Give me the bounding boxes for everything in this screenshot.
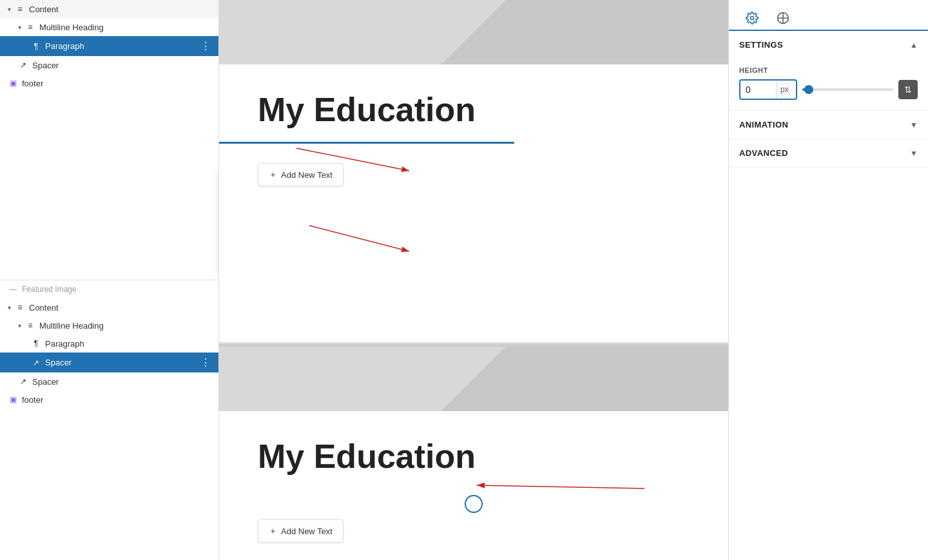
settings-section-header[interactable]: Settings ▲ (729, 31, 928, 59)
circle-indicator (465, 495, 483, 513)
footer-icon: ▣ (8, 394, 18, 405)
heading-text-bottom: My Education (219, 424, 728, 488)
sidebar-item-content-top[interactable]: ▾ ≡ Content (0, 0, 218, 18)
sidebar-item-label: footer (22, 395, 211, 405)
sidebar-item-label: Spacer (45, 358, 197, 367)
dash-icon: — (8, 284, 18, 294)
animation-section: Animation ▼ (729, 111, 928, 139)
advanced-chevron-icon: ▼ (910, 149, 918, 158)
chevron-icon: ▾ (8, 6, 11, 13)
height-icon-btn[interactable]: ⇅ (898, 80, 918, 99)
sidebar-item-label: Content (29, 5, 211, 14)
tab-style[interactable] (770, 6, 796, 30)
canvas-content-top: My Education ＋ Add New Text (219, 64, 728, 186)
sidebar-item-label: Content (29, 303, 211, 313)
sidebar-item-multiline-heading-bottom[interactable]: ▾ ≡ Multiline Heading (0, 316, 218, 334)
add-new-text-button-bottom[interactable]: ＋ Add New Text (258, 519, 343, 543)
gray-banner-bottom (219, 347, 728, 411)
animation-section-title: Animation (739, 120, 788, 130)
multiline-icon: ≡ (25, 320, 35, 331)
chevron-icon: ▾ (18, 24, 21, 31)
sidebar-item-label: Multiline Heading (39, 321, 211, 331)
multiline-icon: ≡ (25, 22, 35, 32)
sidebar-item-spacer-top[interactable]: ↗ Spacer (0, 56, 218, 74)
height-input-row: px ⇅ (739, 79, 918, 100)
height-input[interactable] (740, 81, 776, 99)
content-icon: ≡ (15, 302, 25, 313)
canvas-bottom: My Education ＋ Add New Text (219, 347, 728, 560)
heading-text-top: My Education (219, 77, 514, 144)
sidebar-item-label: footer (22, 79, 211, 88)
sidebar-item-label: Multiline Heading (39, 23, 211, 32)
sidebar-item-label: Paragraph (45, 41, 197, 51)
spacer-icon: ↗ (31, 358, 41, 368)
sidebar-item-featured-image[interactable]: — Featured Image (0, 280, 218, 298)
sidebar-item-content-bottom[interactable]: ▾ ≡ Content (0, 298, 218, 316)
sidebar-top: ▾ ≡ Content ▾ ≡ Multiline Heading ¶ Para… (0, 0, 218, 280)
sidebar-item-label: Featured Image (22, 285, 211, 294)
gear-icon (746, 12, 759, 24)
sidebar-item-paragraph-bottom[interactable]: ¶ Paragraph (0, 334, 218, 352)
settings-section-content: HEIGHT px ⇅ (729, 59, 928, 110)
panel-tabs (729, 0, 928, 31)
tab-settings[interactable] (739, 6, 765, 31)
plus-icon: ＋ (269, 169, 277, 180)
more-icon[interactable]: ⋮ (200, 40, 211, 52)
svg-line-3 (309, 226, 409, 251)
spacer-icon: ↗ (18, 376, 28, 387)
content-icon: ≡ (15, 4, 25, 14)
right-panel: Settings ▲ HEIGHT px ⇅ Animation ▼ (728, 0, 928, 560)
sidebar-bottom: — Featured Image ▾ ≡ Content ▾ ≡ Multili… (0, 280, 218, 560)
sidebar-item-label: Paragraph (45, 339, 211, 349)
height-unit: px (776, 81, 793, 98)
chevron-icon: ▾ (18, 322, 21, 329)
sidebar-item-footer-bottom[interactable]: ▣ footer (0, 391, 218, 409)
animation-section-header[interactable]: Animation ▼ (729, 111, 928, 139)
paragraph-icon: ¶ (31, 41, 41, 52)
footer-icon: ▣ (8, 78, 18, 88)
more-icon[interactable]: ⋮ (200, 356, 211, 369)
height-slider[interactable] (802, 88, 893, 91)
contrast-icon (777, 12, 789, 24)
add-new-text-label-bottom: Add New Text (281, 526, 333, 536)
sidebar-item-footer-top[interactable]: ▣ footer (0, 74, 218, 92)
sidebar-item-label: Spacer (32, 61, 211, 70)
sidebar-item-label: Spacer (32, 377, 211, 387)
canvas-content-bottom: My Education ＋ Add New Text (219, 411, 728, 543)
sidebar-item-spacer-selected[interactable]: ↗ Spacer ⋮ (0, 352, 218, 372)
sidebar: ▾ ≡ Content ▾ ≡ Multiline Heading ¶ Para… (0, 0, 219, 560)
settings-section: Settings ▲ HEIGHT px ⇅ (729, 31, 928, 111)
add-new-text-button-top[interactable]: ＋ Add New Text (258, 163, 343, 186)
chevron-icon: ▾ (8, 304, 11, 311)
advanced-section-header[interactable]: Advanced ▼ (729, 139, 928, 167)
animation-chevron-icon: ▼ (910, 121, 918, 130)
spacer-icon: ↗ (18, 60, 28, 70)
settings-section-title: Settings (739, 40, 783, 50)
height-slider-thumb[interactable] (804, 85, 813, 94)
height-input-wrapper: px (739, 79, 797, 100)
paragraph-icon: ¶ (31, 338, 41, 349)
advanced-section-title: Advanced (739, 148, 788, 158)
sidebar-item-paragraph-top[interactable]: ¶ Paragraph ⋮ (0, 36, 218, 56)
advanced-section: Advanced ▼ (729, 139, 928, 168)
svg-point-6 (751, 17, 754, 20)
add-new-text-label-top: Add New Text (281, 170, 333, 180)
sidebar-item-spacer-bottom[interactable]: ↗ Spacer (0, 372, 218, 391)
canvas-top: My Education ＋ Add New Text (219, 0, 728, 344)
plus-icon: ＋ (269, 525, 277, 537)
gray-banner-top (219, 0, 728, 64)
sidebar-item-multiline-heading-top[interactable]: ▾ ≡ Multiline Heading (0, 18, 218, 36)
settings-chevron-icon: ▲ (910, 41, 918, 50)
height-field-label: HEIGHT (739, 66, 918, 74)
main-canvas: My Education ＋ Add New Text (219, 0, 728, 560)
